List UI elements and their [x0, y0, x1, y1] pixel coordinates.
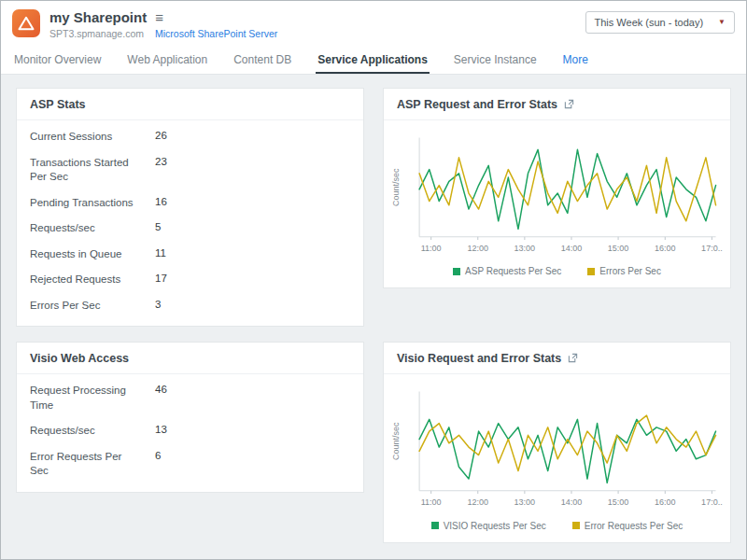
stat-row: Requests/sec5 — [30, 216, 350, 242]
svg-text:11:00: 11:00 — [421, 244, 442, 253]
card-grid: ASP Stats Current Sessions26Transactions… — [16, 88, 731, 543]
legend-swatch-icon — [431, 522, 439, 529]
stat-label: Requests/sec — [30, 424, 142, 439]
legend-item[interactable]: Errors Per Sec — [587, 266, 661, 276]
svg-text:13:00: 13:00 — [514, 497, 536, 507]
visio-stats-card: Visio Web Access Request Processing Time… — [16, 342, 364, 493]
tab-service-instance[interactable]: Service Instance — [452, 45, 539, 74]
tab-monitor-overview[interactable]: Monitor Overview — [12, 45, 103, 74]
stat-row: Requests in Queue11 — [30, 242, 350, 268]
svg-text:14:00: 14:00 — [561, 497, 583, 507]
legend-item[interactable]: ASP Requests Per Sec — [453, 266, 561, 276]
stat-row: Transactions Started Per Sec23 — [30, 150, 350, 190]
time-range-value: This Week (sun - today) — [595, 17, 704, 28]
page-title: my Sharepoint — [49, 9, 147, 25]
stat-label: Current Sessions — [30, 130, 142, 145]
legend-item[interactable]: VISIO Requests Per Sec — [431, 521, 546, 531]
chevron-down-icon: ▼ — [718, 19, 726, 26]
card-title-visio-stats: Visio Web Access — [17, 343, 363, 374]
visio-chart-area: Count/sec11:0012:0013:0014:0015:0016:001… — [386, 382, 723, 516]
tab-content-db[interactable]: Content DB — [232, 45, 293, 74]
asp-stats-card: ASP Stats Current Sessions26Transactions… — [16, 88, 364, 327]
stat-label: Errors Per Sec — [30, 299, 142, 314]
stat-value: 26 — [142, 130, 167, 141]
asp-chart-legend: ASP Requests Per SecErrors Per Sec — [384, 262, 730, 287]
svg-text:17:0..: 17:0.. — [701, 497, 723, 507]
legend-swatch-icon — [587, 268, 595, 275]
stat-row: Request Processing Time46 — [30, 378, 350, 418]
stat-label: Error Requests Per Sec — [30, 450, 142, 479]
app-header: my Sharepoint ≡ SPT3.spmanage.com Micros… — [1, 1, 746, 45]
stat-label: Request Processing Time — [30, 384, 142, 413]
stat-row: Error Requests Per Sec6 — [30, 444, 350, 484]
stat-value: 13 — [142, 424, 167, 435]
header-text: my Sharepoint ≡ SPT3.spmanage.com Micros… — [49, 9, 277, 39]
external-link-icon[interactable] — [568, 353, 578, 363]
legend-label: Error Requests Per Sec — [585, 521, 684, 531]
tab-bar: Monitor OverviewWeb ApplicationContent D… — [1, 45, 746, 75]
asp-stats-list: Current Sessions26Transactions Started P… — [17, 120, 363, 326]
stat-value: 11 — [142, 247, 166, 259]
visio-chart-legend: VISIO Requests Per SecError Requests Per… — [384, 517, 730, 542]
stat-label: Pending Transactions — [30, 196, 142, 211]
dashboard-content: ASP Stats Current Sessions26Transactions… — [1, 75, 746, 559]
svg-text:11:00: 11:00 — [421, 497, 442, 507]
time-range-dropdown[interactable]: This Week (sun - today) ▼ — [585, 11, 735, 34]
line-chart: Count/sec11:0012:0013:0014:0015:0016:001… — [386, 382, 723, 516]
svg-text:17:0..: 17:0.. — [701, 244, 723, 253]
svg-text:15:00: 15:00 — [608, 244, 629, 253]
stat-value: 5 — [142, 221, 161, 232]
hamburger-menu-icon[interactable]: ≡ — [155, 10, 163, 24]
tab-web-application[interactable]: Web Application — [125, 45, 209, 74]
svg-text:12:00: 12:00 — [467, 497, 488, 507]
stat-row: Current Sessions26 — [30, 124, 350, 150]
stat-row: Rejected Requests17 — [30, 267, 350, 293]
svg-text:Count/sec: Count/sec — [391, 422, 401, 460]
asp-chart-card: ASP Request and Error Stats Count/sec11:… — [383, 88, 731, 288]
legend-item[interactable]: Error Requests Per Sec — [572, 521, 684, 531]
tab-service-applications[interactable]: Service Applications — [316, 45, 430, 74]
svg-text:Count/sec: Count/sec — [391, 168, 401, 206]
svg-text:12:00: 12:00 — [467, 244, 488, 253]
stat-value: 23 — [142, 156, 167, 167]
svg-text:15:00: 15:00 — [608, 497, 629, 507]
line-chart: Count/sec11:0012:0013:0014:0015:0016:001… — [386, 128, 723, 262]
svg-text:16:00: 16:00 — [655, 244, 676, 253]
chart-title-visio: Visio Request and Error Stats — [397, 352, 561, 365]
stat-row: Pending Transactions16 — [30, 190, 350, 217]
svg-text:14:00: 14:00 — [561, 244, 583, 253]
legend-swatch-icon — [453, 268, 460, 275]
chart-wrap: Count/sec11:0012:0013:0014:0015:0016:001… — [384, 374, 730, 516]
stat-row: Errors Per Sec3 — [30, 293, 350, 319]
stat-label: Transactions Started Per Sec — [30, 156, 142, 185]
legend-label: ASP Requests Per Sec — [465, 266, 561, 276]
legend-label: VISIO Requests Per Sec — [444, 521, 546, 531]
sharepoint-monitor-logo — [12, 9, 40, 37]
stat-label: Requests in Queue — [30, 247, 142, 262]
card-title-asp-stats: ASP Stats — [17, 89, 363, 120]
visio-stats-list: Request Processing Time46Requests/sec13E… — [17, 374, 363, 492]
stat-value: 3 — [142, 299, 161, 310]
stat-value: 46 — [142, 384, 167, 395]
stat-value: 17 — [142, 273, 167, 284]
monitor-host: SPT3.spmanage.com — [49, 28, 144, 39]
triangle-logo-icon — [17, 14, 35, 33]
stat-value: 6 — [142, 450, 161, 461]
tab-more[interactable]: More — [561, 45, 590, 74]
svg-text:16:00: 16:00 — [655, 497, 676, 507]
chart-title-asp: ASP Request and Error Stats — [397, 98, 557, 111]
app-window: my Sharepoint ≡ SPT3.spmanage.com Micros… — [0, 0, 747, 560]
stat-label: Rejected Requests — [30, 273, 142, 287]
asp-chart-area: Count/sec11:0012:0013:0014:0015:0016:001… — [386, 128, 723, 262]
stat-value: 16 — [142, 196, 167, 207]
stat-row: Requests/sec13 — [30, 418, 350, 444]
visio-chart-card: Visio Request and Error Stats Count/sec1… — [383, 342, 731, 542]
svg-text:13:00: 13:00 — [514, 244, 536, 253]
server-type-link[interactable]: Microsoft SharePoint Server — [155, 28, 277, 39]
stat-label: Requests/sec — [30, 221, 142, 236]
legend-swatch-icon — [572, 522, 580, 529]
chart-wrap: Count/sec11:0012:0013:0014:0015:0016:001… — [384, 120, 730, 262]
legend-label: Errors Per Sec — [599, 266, 661, 276]
external-link-icon[interactable] — [564, 99, 574, 109]
